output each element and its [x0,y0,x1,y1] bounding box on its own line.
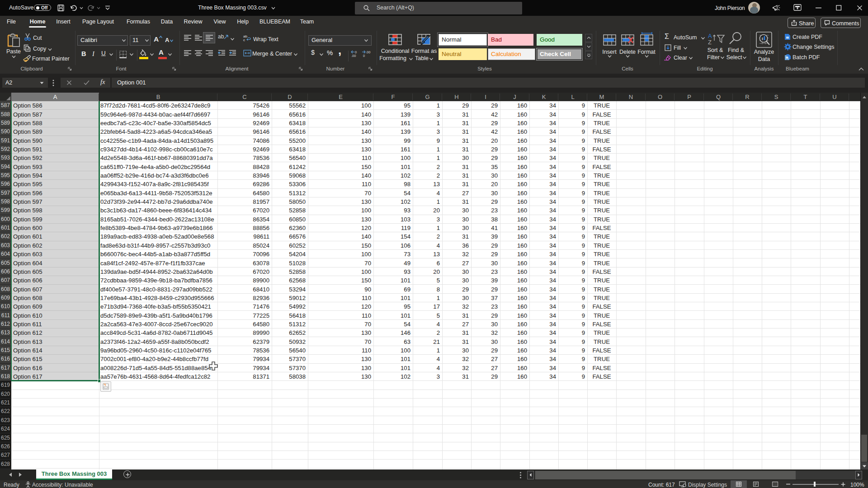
svg-text:.00: .00 [351,54,356,58]
svg-text:0: 0 [363,54,365,58]
svg-text:c: c [243,38,245,42]
svg-text:Z: Z [708,39,712,46]
svg-text:.00: .00 [366,50,370,54]
svg-text:A: A [708,33,712,39]
